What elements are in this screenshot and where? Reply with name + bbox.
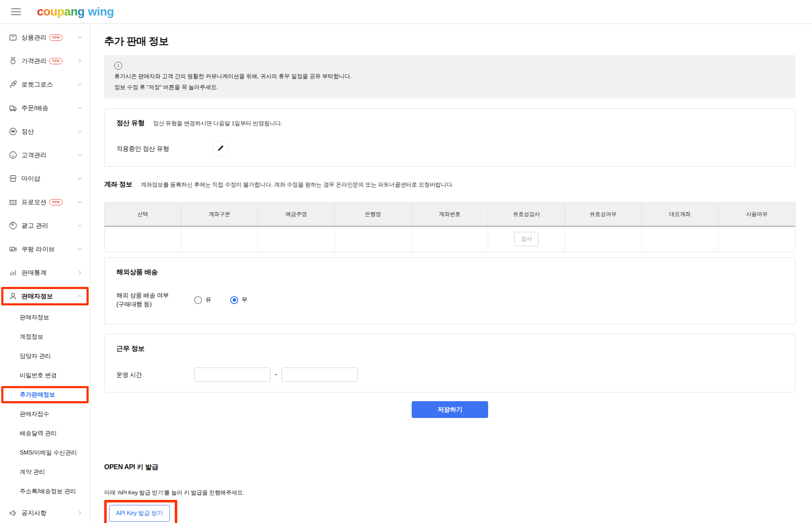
sidebar-item-label: 가격관리 [21, 57, 47, 65]
logo-letter: p [57, 5, 64, 18]
sidebar-item-label: 정산 [21, 128, 34, 136]
cell-account-number [412, 226, 489, 252]
work-info-title: 근무 정보 [116, 344, 145, 353]
chevron-down-icon [77, 82, 82, 87]
logo-letter: a [64, 5, 71, 18]
account-info-description: 계좌정보를 등록하신 후에는 직접 수정이 불가합니다. 계좌 수정을 원하는 … [141, 181, 454, 189]
submenu-item-password-change[interactable]: 비밀번호 변경 [0, 366, 90, 385]
sidebar-item-label: 마이샵 [21, 175, 40, 183]
main-content: 추가 판매 정보 i 휴가시즌 판매자와 고객 간의 원활한 커뮤니케이션을 위… [90, 24, 812, 523]
submenu-item-shipping-calendar[interactable]: 배송달력 관리 [0, 424, 90, 443]
video-camera-icon [8, 244, 18, 254]
submenu-label: 비밀번호 변경 [20, 372, 57, 379]
edit-settlement-button[interactable] [213, 141, 228, 156]
sidebar-item-label: 상품관리 [21, 34, 47, 42]
sidebar-item-label: 고객관리 [21, 151, 47, 159]
seller-info-submenu: 판매자정보 계정정보 담당자 관리 비밀번호 변경 추가판매정보 판매자점수 배… [0, 308, 90, 501]
submenu-item-additional-sales-info[interactable]: 추가판매정보 [0, 385, 90, 405]
hamburger-menu-icon[interactable] [11, 8, 21, 15]
radio-option-no[interactable]: 무 [230, 296, 247, 304]
rocket-icon [8, 80, 18, 89]
operating-hours-start-input[interactable] [194, 368, 271, 382]
settlement-type-title: 정산 유형 [116, 119, 145, 128]
chevron-down-icon [77, 129, 82, 134]
radio-label: 유 [205, 296, 211, 304]
sidebar-item-label: 쿠팡 라이브 [21, 245, 55, 253]
cell-validity [565, 226, 642, 252]
top-header: c o u p a n g wing [0, 0, 812, 24]
save-button[interactable]: 저장하기 [412, 401, 488, 418]
bar-chart-icon [8, 268, 18, 277]
submenu-label: 주소록/배송정보 관리 [20, 488, 76, 495]
validate-button[interactable]: 검사 [514, 232, 539, 246]
info-icon: i [114, 62, 122, 70]
submenu-label: 판매자점수 [20, 410, 49, 418]
smiley-icon [8, 150, 18, 160]
submenu-item-manager-management[interactable]: 담당자 관리 [0, 347, 90, 366]
settlement-type-description: 정산 유형을 변경하시면 다음달 1일부터 반영됩니다. [153, 120, 282, 127]
new-badge: new [49, 34, 63, 41]
column-bank-name: 은행명 [335, 202, 412, 226]
sidebar-item-seller-info[interactable]: 판매자정보 [0, 284, 90, 308]
work-info-card: 근무 정보 운영 시간 ~ [104, 334, 796, 392]
open-api-description: 아래 'API Key 발급 받기'를 눌러 키 발급을 진행해주세요. [104, 489, 796, 497]
open-api-title: OPEN API 키 발급 [104, 463, 796, 472]
logo-letter: n [71, 5, 78, 18]
cell-primary-account [642, 226, 719, 252]
overseas-shipping-label: 해외 상품 배송 여부 (구매대행 등) [116, 291, 194, 309]
overseas-shipping-card: 해외상품 배송 해외 상품 배송 여부 (구매대행 등) 유 무 [104, 258, 796, 324]
chevron-down-icon [77, 200, 82, 205]
radio-option-yes[interactable]: 유 [194, 296, 211, 304]
account-info-title: 계좌 정보 [104, 180, 132, 189]
radio-label: 무 [242, 296, 247, 304]
submenu-item-contract-management[interactable]: 계약 관리 [0, 463, 90, 482]
sidebar-item-label: 판매통계 [21, 269, 47, 277]
submenu-item-seller-info[interactable]: 판매자정보 [0, 308, 90, 327]
sidebar-item-ad-management[interactable]: 광고 관리 [0, 214, 90, 237]
submenu-item-account-info[interactable]: 계정정보 [0, 327, 90, 347]
sidebar-item-coupang-live[interactable]: 쿠팡 라이브 [0, 237, 90, 261]
sidebar-item-notices[interactable]: 공지사항 [0, 501, 90, 523]
submenu-item-sms-email-settings[interactable]: SMS/이메일 수신관리 [0, 443, 90, 463]
submenu-item-seller-score[interactable]: 판매자점수 [0, 405, 90, 424]
column-account-type: 계좌구분 [181, 202, 258, 226]
radio-unselected-icon[interactable] [194, 296, 202, 304]
column-validation-check: 유효성검사 [488, 202, 565, 226]
page-title: 추가 판매 정보 [104, 34, 796, 48]
megaphone-icon [8, 508, 18, 518]
overseas-shipping-title: 해외상품 배송 [116, 268, 158, 277]
shop-icon [8, 174, 18, 183]
sidebar-item-promotion[interactable]: 프로모션 new [0, 190, 90, 214]
column-validity: 유효성여부 [565, 202, 642, 226]
chevron-up-icon [77, 294, 82, 299]
sidebar-item-product-management[interactable]: 상품관리 new [0, 26, 90, 49]
ad-pie-icon [8, 221, 18, 230]
account-table: 선택 계좌구분 예금주명 은행명 계좌번호 유효성검사 유효성여부 대표계좌 사… [104, 202, 796, 252]
sidebar-item-sales-statistics[interactable]: 판매통계 [0, 261, 90, 284]
chevron-right-icon [77, 270, 82, 275]
radio-selected-icon[interactable] [230, 296, 238, 304]
sidebar-item-price-management[interactable]: 가격관리 new [0, 49, 90, 73]
api-key-issue-button[interactable]: API Key 발급 받기 [109, 505, 170, 522]
sidebar-item-label: 로켓그로스 [21, 81, 53, 89]
cell-bank-name [335, 226, 412, 252]
sidebar-item-label: 프로모션 [21, 198, 47, 206]
medal-icon [8, 56, 18, 66]
chevron-down-icon [77, 247, 82, 252]
tilde-separator: ~ [274, 371, 278, 378]
sidebar-item-rocket-growth[interactable]: 로켓그로스 [0, 73, 90, 96]
sidebar-item-label: 주문/배송 [21, 104, 48, 112]
sidebar-item-label: 공지사항 [21, 509, 47, 517]
person-icon [8, 292, 18, 301]
operating-hours-end-input[interactable] [281, 368, 358, 382]
notice-box: i 휴가시즌 판매자와 고객 간의 원활한 커뮤니케이션을 위해, 귀사의 휴무… [104, 55, 796, 98]
sidebar-item-settlement[interactable]: 정산 [0, 120, 90, 143]
cell-account-type [181, 226, 258, 252]
submenu-item-address-book[interactable]: 주소록/배송정보 관리 [0, 482, 90, 501]
coupang-wing-logo[interactable]: c o u p a n g wing [37, 5, 114, 18]
sidebar-item-my-shop[interactable]: 마이샵 [0, 167, 90, 190]
sidebar-item-label: 판매자정보 [21, 292, 53, 300]
sidebar-nav: 상품관리 new 가격관리 new 로켓그로스 주문/배송 정산 고객관리 마이… [0, 24, 90, 523]
sidebar-item-customer-management[interactable]: 고객관리 [0, 143, 90, 167]
sidebar-item-orders-shipping[interactable]: 주문/배송 [0, 96, 90, 120]
